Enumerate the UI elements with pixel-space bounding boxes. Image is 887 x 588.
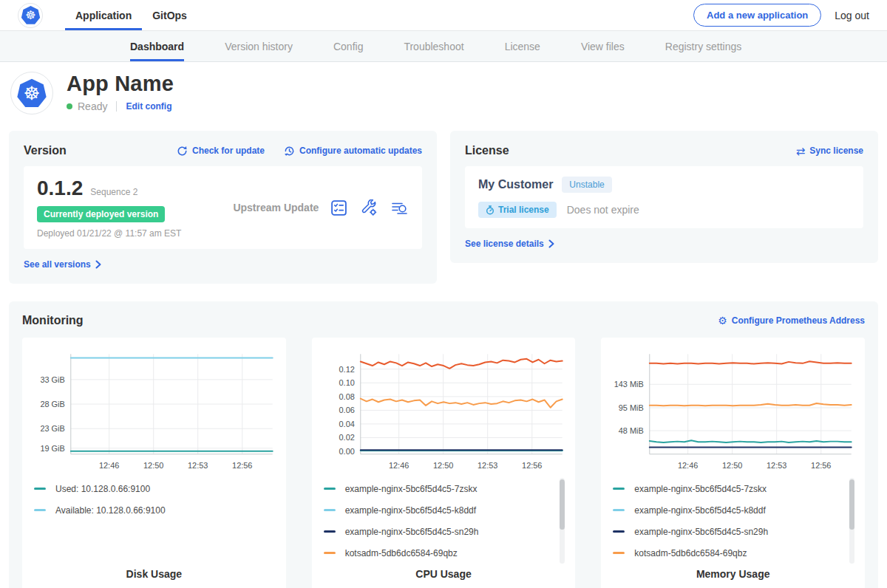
chart-title: Disk Usage (33, 568, 276, 583)
legend-item: example-nginx-5bc6f5d4c5-k8ddf (613, 499, 838, 521)
legend-label: example-nginx-5bc6f5d4c5-k8ddf (634, 505, 765, 516)
svg-text:12:50: 12:50 (143, 461, 163, 470)
svg-text:12:50: 12:50 (433, 461, 453, 470)
svg-text:12:46: 12:46 (99, 461, 119, 470)
legend-color-dash (324, 488, 336, 490)
stopwatch-icon (486, 205, 495, 215)
legend-color-dash (613, 530, 625, 533)
clock-history-icon (284, 146, 295, 157)
svg-text:12:46: 12:46 (389, 461, 409, 470)
legend-label: example-nginx-5bc6f5d4c5-7zskx (634, 484, 767, 494)
svg-text:0.10: 0.10 (339, 378, 354, 387)
svg-text:33 GiB: 33 GiB (40, 375, 64, 384)
legend-item: Available: 10.128.0.66:9100 (34, 499, 259, 521)
svg-text:0.04: 0.04 (339, 420, 354, 428)
license-expiry: Does not expire (567, 204, 639, 216)
top-nav: ☸ ApplicationGitOps Add a new applicatio… (0, 0, 887, 31)
chevron-right-icon (95, 260, 101, 269)
page-title: App Name (67, 72, 174, 96)
refresh-icon (177, 146, 188, 157)
version-card: Version Check for update Configure au (9, 131, 437, 284)
svg-text:19 GiB: 19 GiB (40, 444, 64, 453)
tab-troubleshoot[interactable]: Troubleshoot (404, 31, 463, 61)
legend-label: example-nginx-5bc6f5d4c5-sn29h (634, 527, 768, 537)
legend-scrollbar[interactable] (849, 478, 854, 564)
chart-card-disk-usage: 19 GiB23 GiB28 GiB33 GiB12:4612:5012:531… (22, 338, 286, 588)
legend-scrollbar-thumb[interactable] (560, 479, 565, 530)
deployed-badge: Currently deployed version (37, 206, 165, 222)
chart-svg: 48 MiB95 MiB143 MiB12:4612:5012:5312:56 (611, 346, 854, 474)
top-nav-right: Add a new application Log out (693, 0, 869, 30)
svg-text:143 MiB: 143 MiB (614, 380, 644, 389)
chart-legend: example-nginx-5bc6f5d4c5-7zskxexample-ng… (322, 478, 565, 564)
tab-dashboard[interactable]: Dashboard (130, 31, 184, 61)
channel-badge: Unstable (562, 177, 611, 193)
chart-svg: 0.000.020.040.060.080.100.1212:4612:5012… (322, 346, 565, 474)
chevron-right-icon (548, 239, 554, 248)
svg-text:☸: ☸ (25, 8, 36, 22)
svg-text:12:56: 12:56 (232, 461, 252, 470)
svg-text:12:46: 12:46 (678, 461, 698, 470)
top-tab-gitops[interactable]: GitOps (142, 0, 197, 30)
sequence-label: Sequence 2 (90, 187, 137, 197)
check-for-update-link[interactable]: Check for update (177, 146, 265, 157)
top-tab-application[interactable]: Application (65, 0, 142, 30)
license-card-title: License (465, 144, 509, 157)
configure-prometheus-link[interactable]: ⚙ Configure Prometheus Address (718, 315, 865, 326)
tab-version-history[interactable]: Version history (225, 31, 293, 61)
legend-label: example-nginx-5bc6f5d4c5-sn29h (345, 527, 479, 537)
release-notes-icon[interactable] (330, 199, 347, 216)
svg-text:48 MiB: 48 MiB (619, 426, 644, 435)
svg-text:12:56: 12:56 (522, 461, 542, 470)
monitoring-section: Monitoring ⚙ Configure Prometheus Addres… (9, 301, 878, 588)
chart-legend: example-nginx-5bc6f5d4c5-7zskxexample-ng… (611, 478, 854, 564)
legend-label: example-nginx-5bc6f5d4c5-k8ddf (345, 505, 476, 516)
kubernetes-app-icon: ☸ (16, 78, 47, 109)
version-number: 0.1.2 (37, 177, 83, 200)
svg-text:12:53: 12:53 (478, 461, 497, 470)
gear-icon: ⚙ (718, 315, 727, 326)
view-logs-icon[interactable] (391, 199, 409, 216)
svg-text:12:56: 12:56 (811, 461, 831, 470)
legend-scrollbar-thumb[interactable] (849, 479, 854, 530)
license-type-badge: Trial license (478, 202, 557, 218)
version-card-title: Version (24, 144, 67, 157)
svg-text:0.00: 0.00 (339, 447, 354, 456)
legend-item: kotsadm-5db6dc6584-69qbz (613, 542, 838, 564)
config-wrench-icon[interactable] (361, 199, 378, 216)
kubernetes-logo-icon[interactable]: ☸ (18, 3, 43, 28)
configure-automatic-updates-link[interactable]: Configure automatic updates (284, 146, 422, 157)
logout-link[interactable]: Log out (835, 10, 869, 21)
app-avatar: ☸ (10, 72, 53, 114)
legend-color-dash (613, 509, 625, 511)
svg-text:95 MiB: 95 MiB (619, 403, 644, 412)
tab-config[interactable]: Config (333, 31, 363, 61)
edit-config-link[interactable]: Edit config (126, 101, 171, 112)
legend-item: example-nginx-5bc6f5d4c5-7zskx (324, 478, 549, 499)
svg-text:28 GiB: 28 GiB (40, 400, 64, 408)
divider (116, 101, 117, 112)
legend-scrollbar[interactable] (560, 478, 565, 564)
legend-color-dash (613, 488, 625, 490)
legend-color-dash (324, 530, 336, 533)
tab-view-files[interactable]: View files (581, 31, 625, 61)
sub-nav: DashboardVersion historyConfigTroublesho… (0, 31, 887, 62)
version-source-label: Upstream Update (233, 202, 319, 213)
svg-text:☸: ☸ (24, 83, 41, 104)
legend-label: Used: 10.128.0.66:9100 (55, 484, 150, 494)
sync-license-link[interactable]: ⇄ Sync license (796, 146, 863, 157)
add-application-button[interactable]: Add a new application (693, 4, 821, 27)
top-nav-tabs: ApplicationGitOps (65, 0, 197, 30)
see-all-versions-link[interactable]: See all versions (24, 259, 101, 270)
svg-text:0.06: 0.06 (339, 406, 354, 414)
legend-item: example-nginx-5bc6f5d4c5-k8ddf (324, 499, 549, 521)
tab-license[interactable]: License (505, 31, 540, 61)
svg-text:23 GiB: 23 GiB (40, 424, 64, 433)
legend-color-dash (324, 509, 336, 511)
legend-label: kotsadm-5db6dc6584-69qbz (634, 548, 747, 558)
legend-color-dash (613, 552, 625, 554)
sync-arrows-icon: ⇄ (796, 146, 806, 157)
svg-text:0.02: 0.02 (339, 433, 354, 442)
tab-registry-settings[interactable]: Registry settings (665, 31, 741, 61)
see-license-details-link[interactable]: See license details (465, 239, 554, 249)
